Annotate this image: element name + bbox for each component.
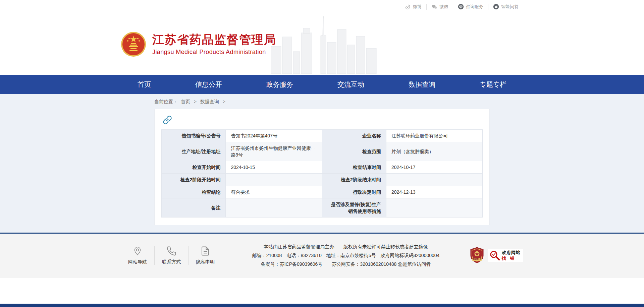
table-row: 生产地址/注册地址 江苏省扬州市扬州生物健康产业园健康一路9号 检查范围 片剂（…: [162, 142, 483, 161]
finder-badge-bottom-label: 找错: [502, 255, 521, 261]
inspection-detail-table: 告知书编号/公告号 告知书2024年第407号 企业名称 江苏联环药业股份有限公…: [161, 129, 483, 218]
nav-item-special-topics[interactable]: 专题专栏: [470, 75, 517, 94]
nav-item-info-disclosure[interactable]: 信息公开: [185, 75, 232, 94]
topbar-link-smart-qa[interactable]: 智能问答: [488, 4, 523, 10]
field-label: 是否涉及暂停(恢复)生产销售使用等措施: [322, 198, 386, 218]
site-title: 江苏省药品监督管理局: [152, 33, 276, 46]
table-row: 检查开始时间 2024-10-15 检查结束时间 2024-10-17: [162, 161, 483, 174]
bottom-spacer: [0, 278, 644, 304]
attachment-link[interactable]: [163, 115, 172, 126]
field-value: 告知书2024年第407号: [226, 130, 322, 142]
link-icon: [163, 115, 172, 125]
field-label: 生产地址/注册地址: [162, 142, 226, 161]
gov-agency-badge[interactable]: 党政机关: [470, 247, 484, 264]
footer-quick-links: 网站导航 联系方式 隐私申明: [121, 246, 222, 265]
field-value: [386, 174, 482, 186]
topbar-link-label: 咨询服务: [466, 4, 483, 10]
field-label: 检查范围: [322, 142, 386, 161]
footer-link-label: 联系方式: [162, 259, 181, 265]
table-row: 检查结论 符合要求 行政决定时间 2024-12-13: [162, 186, 483, 198]
site-subtitle: Jiangsu Medical Products Administration: [152, 49, 276, 56]
field-label: 检查结论: [162, 186, 226, 198]
main-nav-inner: 首页 信息公开 政务服务 交流互动 数据查询 专题专栏: [127, 75, 517, 94]
logo-text: 江苏省药品监督管理局 Jiangsu Medical Products Admi…: [152, 33, 276, 56]
footer-line-contact: 邮编：210008 电话：83273610 地址：南京市鼓楼街5号 政府网站标识…: [230, 251, 462, 260]
footer-link-label: 网站导航: [128, 259, 147, 265]
footer-link-contact[interactable]: 联系方式: [154, 246, 188, 265]
field-label: 备注: [162, 198, 226, 218]
footer-badges: 党政机关 政府网站 找错: [470, 247, 523, 264]
topbar-link-wechat[interactable]: 微信: [426, 4, 453, 10]
table-row: 检查2阶段开始时间 检查2阶段结束时间: [162, 174, 483, 186]
document-icon: [200, 246, 210, 256]
footer-line-icp-visitors: 备案号：苏ICP备09039606号 苏公网安备：32010602010488 …: [230, 260, 462, 268]
field-value: [226, 174, 322, 186]
footer-link-label: 隐私申明: [196, 259, 215, 265]
phone-icon: [166, 246, 176, 256]
breadcrumb-prefix: 当前位置：: [154, 99, 178, 104]
table-row: 备注 是否涉及暂停(恢复)生产销售使用等措施: [162, 198, 483, 218]
field-value: 江苏联环药业股份有限公司: [386, 130, 482, 142]
field-value: [226, 198, 322, 218]
field-label: 检查开始时间: [162, 161, 226, 174]
field-label: 企业名称: [322, 130, 386, 142]
topbar-link-label: 微博: [413, 4, 422, 10]
nav-item-data-query[interactable]: 数据查询: [398, 75, 445, 94]
field-value: [386, 198, 482, 218]
site-error-finder-badge[interactable]: 政府网站 找错: [488, 249, 523, 262]
gov-shield-icon: [470, 247, 484, 264]
field-value: 2024-10-17: [386, 161, 482, 174]
main-nav: 首页 信息公开 政务服务 交流互动 数据查询 专题专栏: [0, 75, 644, 94]
map-pin-icon: [132, 246, 143, 256]
national-emblem-icon: [121, 32, 146, 57]
page-content: 当前位置： 首页 > 数据查询 > 告知书编号/公告号 告知书2024年第407…: [0, 94, 644, 233]
header-inner: 江苏省药品监督管理局 Jiangsu Medical Products Admi…: [121, 13, 523, 75]
smart-qa-icon: [493, 4, 499, 10]
site-logo[interactable]: 江苏省药品监督管理局 Jiangsu Medical Products Admi…: [121, 32, 276, 57]
gov-badge-label: 党政机关: [472, 257, 482, 261]
field-value: 片剂（含抗肿瘤类）: [386, 142, 482, 161]
breadcrumb-current[interactable]: 数据查询: [200, 99, 219, 104]
top-utility-bar-inner: 微博 微信 咨询服务: [121, 0, 523, 13]
finder-badge-top-label: 政府网站: [502, 250, 521, 255]
magnifier-icon: [489, 250, 500, 261]
field-value: 符合要求: [226, 186, 322, 198]
footer-line-host-copyright: 本站由江苏省药品监督管理局主办 版权所有未经许可禁止转载或者建立镜像: [230, 242, 462, 251]
field-value: 2024-10-15: [226, 161, 322, 174]
table-row: 告知书编号/公告号 告知书2024年第407号 企业名称 江苏联环药业股份有限公…: [162, 130, 483, 142]
footer-inner: 网站导航 联系方式 隐私申明 本站由江苏省药品监督管理局主办 版权所有未经许可禁: [121, 242, 523, 268]
finder-badge-text: 政府网站 找错: [502, 250, 521, 261]
field-label: 检查2阶段开始时间: [162, 174, 226, 186]
consult-service-icon: [458, 4, 464, 10]
footer-link-site-map[interactable]: 网站导航: [121, 246, 154, 265]
site-header: 江苏省药品监督管理局 Jiangsu Medical Products Admi…: [0, 13, 644, 75]
field-label: 检查2阶段结束时间: [322, 174, 386, 186]
top-utility-bar: 微博 微信 咨询服务: [0, 0, 644, 13]
field-value: 2024-12-13: [386, 186, 482, 198]
inspection-detail-card: 告知书编号/公告号 告知书2024年第407号 企业名称 江苏联环药业股份有限公…: [154, 109, 490, 225]
nav-item-homepage[interactable]: 首页: [127, 75, 161, 94]
topbar-link-consult-service[interactable]: 咨询服务: [453, 4, 488, 10]
nav-item-interaction[interactable]: 交流互动: [327, 75, 374, 94]
footer-link-privacy[interactable]: 隐私申明: [188, 246, 222, 265]
topbar-link-weibo[interactable]: 微博: [400, 4, 426, 10]
nav-item-gov-services[interactable]: 政务服务: [256, 75, 303, 94]
field-label: 行政决定时间: [322, 186, 386, 198]
field-label: 告知书编号/公告号: [162, 130, 226, 142]
footer-info: 本站由江苏省药品监督管理局主办 版权所有未经许可禁止转载或者建立镜像 邮编：21…: [222, 242, 470, 268]
breadcrumb: 当前位置： 首页 > 数据查询 >: [154, 94, 490, 109]
breadcrumb-separator: >: [223, 99, 225, 104]
bottom-navy-bar: [0, 304, 644, 307]
site-footer: 网站导航 联系方式 隐私申明 本站由江苏省药品监督管理局主办 版权所有未经许可禁: [0, 233, 644, 278]
breadcrumb-separator: >: [194, 99, 197, 104]
field-value: 江苏省扬州市扬州生物健康产业园健康一路9号: [226, 142, 322, 161]
breadcrumb-home[interactable]: 首页: [181, 99, 190, 104]
field-label: 检查结束时间: [322, 161, 386, 174]
topbar-link-label: 智能问答: [501, 4, 519, 10]
wechat-icon: [431, 4, 437, 10]
topbar-link-label: 微信: [439, 4, 448, 10]
weibo-icon: [405, 4, 411, 10]
